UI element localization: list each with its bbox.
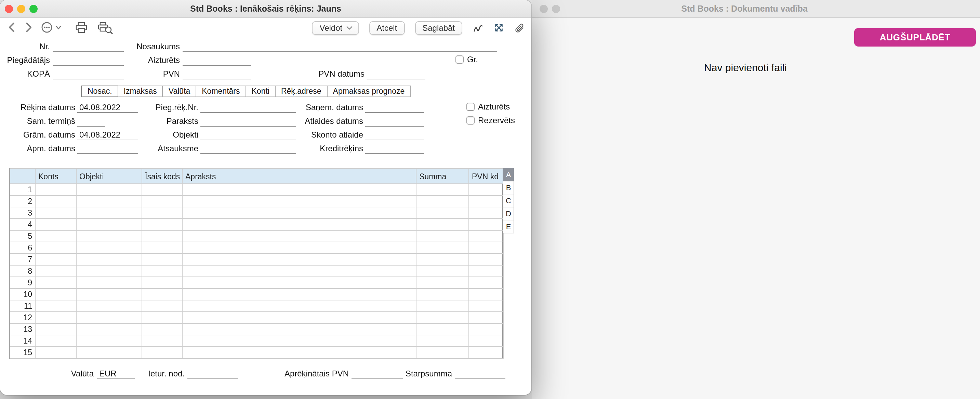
upload-button[interactable]: AUGŠUPLĀDĒT xyxy=(854,28,976,46)
table-cell[interactable] xyxy=(182,195,416,207)
table-cell[interactable] xyxy=(469,300,504,312)
atsauksme-input[interactable] xyxy=(200,143,296,154)
print-button[interactable] xyxy=(75,22,88,35)
table-cell[interactable] xyxy=(182,207,416,219)
table-cell[interactable] xyxy=(142,323,182,335)
aprekinatais-pvn-input[interactable] xyxy=(352,368,403,379)
table-cell[interactable] xyxy=(35,219,76,230)
matrix-tab-a[interactable]: A xyxy=(503,168,514,181)
table-cell[interactable] xyxy=(469,242,504,254)
table-cell[interactable] xyxy=(182,335,416,346)
paraksts-input[interactable] xyxy=(200,116,296,127)
table-cell[interactable] xyxy=(182,254,416,265)
table-cell[interactable] xyxy=(182,323,416,335)
table-cell[interactable] xyxy=(469,230,504,242)
minimize-button[interactable] xyxy=(17,5,25,13)
table-row[interactable]: 14 xyxy=(10,335,504,346)
table-cell[interactable] xyxy=(182,265,416,277)
pvn-input[interactable] xyxy=(183,69,251,80)
sam-termins-input[interactable] xyxy=(77,116,105,127)
table-cell[interactable] xyxy=(142,184,182,195)
gram-datums-input[interactable]: 04.08.2022 xyxy=(77,129,138,140)
table-cell[interactable] xyxy=(182,289,416,300)
tab-rēķ-adrese[interactable]: Rēķ.adrese xyxy=(275,86,328,97)
table-cell[interactable] xyxy=(182,277,416,289)
table-cell[interactable] xyxy=(469,265,504,277)
table-cell[interactable] xyxy=(35,323,76,335)
saglabat-button[interactable]: Saglabāt xyxy=(415,21,462,35)
expand-button[interactable] xyxy=(494,22,504,33)
table-row[interactable]: 12 xyxy=(10,312,504,323)
table-row[interactable]: 1 xyxy=(10,184,504,195)
forward-button[interactable] xyxy=(22,22,33,35)
table-cell[interactable] xyxy=(142,254,182,265)
table-cell[interactable] xyxy=(35,242,76,254)
aizturets-input[interactable] xyxy=(183,55,251,66)
table-cell[interactable] xyxy=(76,219,142,230)
table-cell[interactable] xyxy=(35,207,76,219)
table-cell[interactable] xyxy=(35,265,76,277)
table-cell[interactable] xyxy=(76,195,142,207)
table-row[interactable]: 8 xyxy=(10,265,504,277)
table-cell[interactable] xyxy=(182,230,416,242)
table-cell[interactable] xyxy=(76,323,142,335)
ietur-nod-input[interactable] xyxy=(188,368,238,379)
table-row[interactable]: 2 xyxy=(10,195,504,207)
table-cell[interactable] xyxy=(469,312,504,323)
gr-checkbox[interactable] xyxy=(455,56,464,64)
tab-valūta[interactable]: Valūta xyxy=(162,86,197,97)
table-cell[interactable] xyxy=(35,195,76,207)
table-cell[interactable] xyxy=(182,346,416,358)
table-cell[interactable] xyxy=(416,195,469,207)
table-cell[interactable] xyxy=(469,346,504,358)
rekina-datums-input[interactable]: 04.08.2022 xyxy=(77,102,138,113)
atcelt-button[interactable]: Atcelt xyxy=(369,21,404,35)
table-cell[interactable] xyxy=(142,335,182,346)
table-cell[interactable] xyxy=(142,230,182,242)
table-cell[interactable] xyxy=(76,230,142,242)
table-row[interactable]: 13 xyxy=(10,323,504,335)
table-cell[interactable] xyxy=(35,277,76,289)
table-cell[interactable] xyxy=(35,312,76,323)
table-cell[interactable] xyxy=(416,300,469,312)
table-cell[interactable] xyxy=(76,289,142,300)
table-row[interactable]: 10 xyxy=(10,289,504,300)
table-cell[interactable] xyxy=(416,289,469,300)
table-cell[interactable] xyxy=(416,265,469,277)
table-cell[interactable] xyxy=(76,265,142,277)
table-cell[interactable] xyxy=(469,207,504,219)
table-row[interactable]: 5 xyxy=(10,230,504,242)
table-cell[interactable] xyxy=(469,184,504,195)
signature-button[interactable] xyxy=(473,22,484,33)
table-row[interactable]: 11 xyxy=(10,300,504,312)
table-row[interactable]: 6 xyxy=(10,242,504,254)
table-cell[interactable] xyxy=(35,335,76,346)
table-cell[interactable] xyxy=(469,323,504,335)
kopa-input[interactable] xyxy=(52,69,124,80)
atlaides-datums-input[interactable] xyxy=(365,116,424,127)
skonto-atlaide-input[interactable] xyxy=(365,129,424,140)
table-cell[interactable] xyxy=(142,242,182,254)
table-cell[interactable] xyxy=(416,312,469,323)
tab-izmaksas[interactable]: Izmaksas xyxy=(118,86,163,97)
table-cell[interactable] xyxy=(76,242,142,254)
nr-input[interactable] xyxy=(52,41,124,52)
tab-konti[interactable]: Konti xyxy=(245,86,275,97)
sanem-datums-input[interactable] xyxy=(365,102,424,113)
table-cell[interactable] xyxy=(35,230,76,242)
table-cell[interactable] xyxy=(416,277,469,289)
table-cell[interactable] xyxy=(142,265,182,277)
table-cell[interactable] xyxy=(76,335,142,346)
zoom-button[interactable] xyxy=(29,5,38,13)
piegadatajs-input[interactable] xyxy=(52,55,124,66)
table-cell[interactable] xyxy=(182,300,416,312)
matrix-tab-e[interactable]: E xyxy=(503,220,514,233)
table-cell[interactable] xyxy=(416,219,469,230)
table-cell[interactable] xyxy=(416,184,469,195)
table-cell[interactable] xyxy=(416,230,469,242)
tab-nosac-[interactable]: Nosac. xyxy=(81,86,118,97)
nosaukums-input[interactable] xyxy=(183,41,497,52)
table-row[interactable]: 9 xyxy=(10,277,504,289)
table-cell[interactable] xyxy=(142,219,182,230)
apm-datums-input[interactable] xyxy=(77,143,138,154)
